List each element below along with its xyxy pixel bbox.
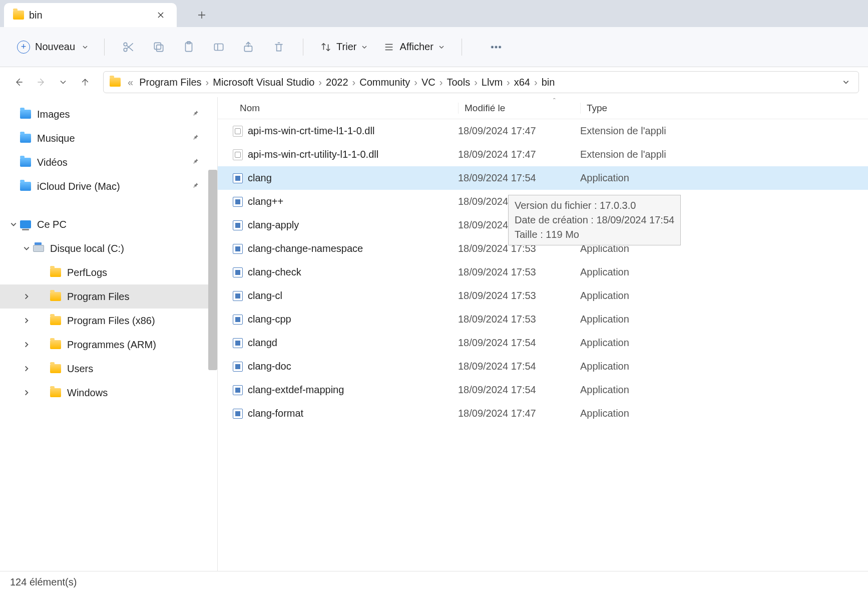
sidebar-folder-item[interactable]: Program Files (x86) bbox=[0, 309, 217, 333]
chevron-right-icon[interactable]: › bbox=[315, 77, 325, 88]
breadcrumb-segment[interactable]: Microsoft Visual Studio bbox=[212, 77, 315, 88]
chevron-right-icon[interactable]: › bbox=[349, 77, 359, 88]
chevron-down-icon[interactable] bbox=[23, 243, 30, 254]
scrollbar-thumb[interactable] bbox=[208, 170, 217, 370]
file-name: clang-change-namespace bbox=[248, 243, 363, 254]
sidebar-item-label: Disque local (C:) bbox=[50, 243, 124, 254]
more-button[interactable] bbox=[483, 37, 509, 57]
breadcrumb-segment[interactable]: Community bbox=[358, 77, 411, 88]
breadcrumb-segment[interactable]: Llvm bbox=[481, 77, 504, 88]
file-row[interactable]: api-ms-win-crt-utility-l1-1-0.dll 18/09/… bbox=[218, 143, 868, 166]
chevron-right-icon[interactable]: › bbox=[471, 77, 481, 88]
breadcrumb-segment[interactable]: Tools bbox=[446, 77, 471, 88]
recent-button[interactable] bbox=[53, 72, 73, 92]
chevron-down-icon[interactable] bbox=[10, 219, 17, 230]
chevron-right-icon[interactable]: › bbox=[411, 77, 420, 88]
dll-file-icon bbox=[233, 149, 243, 160]
pin-icon bbox=[192, 158, 200, 166]
file-modified: 18/09/2024 17:47 bbox=[458, 125, 580, 137]
chevron-right-icon[interactable]: › bbox=[203, 77, 212, 88]
delete-button[interactable] bbox=[266, 37, 292, 57]
chevron-right-icon[interactable] bbox=[23, 363, 30, 375]
file-modified: 18/09/2024 17:54 bbox=[458, 361, 580, 372]
breadcrumb-segment[interactable]: bin bbox=[541, 77, 556, 88]
sidebar-folder-item[interactable]: Users bbox=[0, 357, 217, 381]
chevron-right-icon[interactable]: › bbox=[437, 77, 446, 88]
chevron-right-icon[interactable] bbox=[23, 387, 30, 399]
column-type[interactable]: Type bbox=[580, 103, 868, 114]
file-row[interactable]: api-ms-win-crt-time-l1-1-0.dll 18/09/202… bbox=[218, 119, 868, 143]
pin-icon bbox=[192, 157, 200, 168]
file-row[interactable]: clang-format 18/09/2024 17:47 Applicatio… bbox=[218, 402, 868, 425]
new-button[interactable]: + Nouveau bbox=[12, 38, 93, 57]
sidebar-quick-item[interactable]: Images bbox=[0, 102, 217, 126]
chevron-right-icon[interactable] bbox=[23, 315, 30, 327]
exe-file-icon bbox=[233, 409, 243, 419]
sidebar-disk[interactable]: Disque local (C:) bbox=[0, 236, 217, 260]
view-button[interactable]: Afficher bbox=[377, 38, 450, 56]
address-dropdown[interactable] bbox=[839, 77, 852, 88]
tab-close-button[interactable] bbox=[154, 8, 168, 22]
breadcrumb-segment[interactable]: Program Files bbox=[138, 77, 202, 88]
chevron-right-icon[interactable]: › bbox=[531, 77, 541, 88]
rename-button[interactable] bbox=[206, 37, 232, 57]
chevron-right-icon[interactable] bbox=[23, 291, 30, 303]
back-button[interactable] bbox=[9, 72, 29, 92]
sidebar-item-label: Ce PC bbox=[37, 219, 67, 230]
chevron-right-icon[interactable] bbox=[23, 339, 30, 351]
folder-icon bbox=[50, 292, 61, 301]
exe-file-icon bbox=[233, 244, 243, 254]
sidebar-quick-item[interactable]: iCloud Drive (Mac) bbox=[0, 174, 217, 198]
new-tab-button[interactable] bbox=[192, 5, 212, 25]
svg-rect-6 bbox=[214, 44, 223, 50]
sidebar-quick-item[interactable]: Vidéos bbox=[0, 150, 217, 174]
toolbar: + Nouveau Trier Afficher bbox=[0, 27, 868, 67]
status-bar: 124 élément(s) bbox=[0, 571, 868, 593]
forward-button[interactable] bbox=[31, 72, 51, 92]
column-modified[interactable]: Modifié le bbox=[458, 103, 580, 114]
file-type: Extension de l'appli bbox=[580, 149, 868, 160]
sidebar-folder-item[interactable]: Windows bbox=[0, 381, 217, 405]
file-rows: api-ms-win-crt-time-l1-1-0.dll 18/09/202… bbox=[218, 119, 868, 425]
svg-rect-3 bbox=[154, 43, 161, 49]
breadcrumb-segment[interactable]: x64 bbox=[513, 77, 531, 88]
folder-icon bbox=[20, 110, 31, 119]
column-name[interactable]: Nom bbox=[240, 103, 458, 114]
cut-button[interactable] bbox=[116, 37, 142, 57]
sidebar-folder-item[interactable]: Program Files bbox=[0, 284, 217, 309]
sidebar-quick-item[interactable]: Musique bbox=[0, 126, 217, 150]
breadcrumb-segment[interactable]: 2022 bbox=[325, 77, 349, 88]
sidebar-scrollbar[interactable] bbox=[208, 97, 217, 571]
chevron-right-icon[interactable]: › bbox=[504, 77, 513, 88]
file-row[interactable]: clang-extdef-mapping 18/09/2024 17:54 Ap… bbox=[218, 378, 868, 402]
tooltip-line: Date de création : 18/09/2024 17:54 bbox=[515, 213, 674, 227]
file-row[interactable]: clang-cl 18/09/2024 17:53 Application bbox=[218, 284, 868, 308]
sort-button[interactable]: Trier bbox=[314, 38, 373, 56]
file-row[interactable]: clangd 18/09/2024 17:54 Application bbox=[218, 331, 868, 355]
breadcrumb-ellipsis[interactable]: « bbox=[125, 77, 136, 88]
address-bar[interactable]: « Program Files›Microsoft Visual Studio›… bbox=[103, 71, 859, 93]
file-row[interactable]: clang-cpp 18/09/2024 17:53 Application bbox=[218, 308, 868, 331]
file-row[interactable]: clang 18/09/2024 17:54 Application bbox=[218, 166, 868, 190]
column-modified-label: Modifié le bbox=[465, 103, 505, 113]
file-row[interactable]: clang-doc 18/09/2024 17:54 Application bbox=[218, 355, 868, 378]
sort-indicator-icon: ˆ bbox=[553, 97, 556, 105]
new-label: Nouveau bbox=[35, 41, 75, 53]
exe-file-icon bbox=[233, 197, 243, 207]
tab-bin[interactable]: bin bbox=[4, 3, 177, 27]
up-button[interactable] bbox=[75, 72, 95, 92]
sidebar-folder-item[interactable]: Programmes (ARM) bbox=[0, 333, 217, 357]
file-name: clang bbox=[248, 172, 272, 184]
paste-button[interactable] bbox=[176, 37, 202, 57]
sidebar-folder-item[interactable]: PerfLogs bbox=[0, 260, 217, 284]
file-row[interactable]: clang-check 18/09/2024 17:53 Application bbox=[218, 260, 868, 284]
breadcrumb-segment[interactable]: VC bbox=[420, 77, 437, 88]
sidebar-this-pc[interactable]: Ce PC bbox=[0, 212, 217, 236]
share-button[interactable] bbox=[236, 37, 262, 57]
sidebar-item-label: Programmes (ARM) bbox=[67, 339, 156, 351]
exe-file-icon bbox=[233, 220, 243, 230]
file-modified: 18/09/2024 17:53 bbox=[458, 266, 580, 278]
copy-button[interactable] bbox=[146, 37, 172, 57]
file-name: clang-cl bbox=[248, 290, 282, 302]
exe-file-icon bbox=[233, 338, 243, 348]
